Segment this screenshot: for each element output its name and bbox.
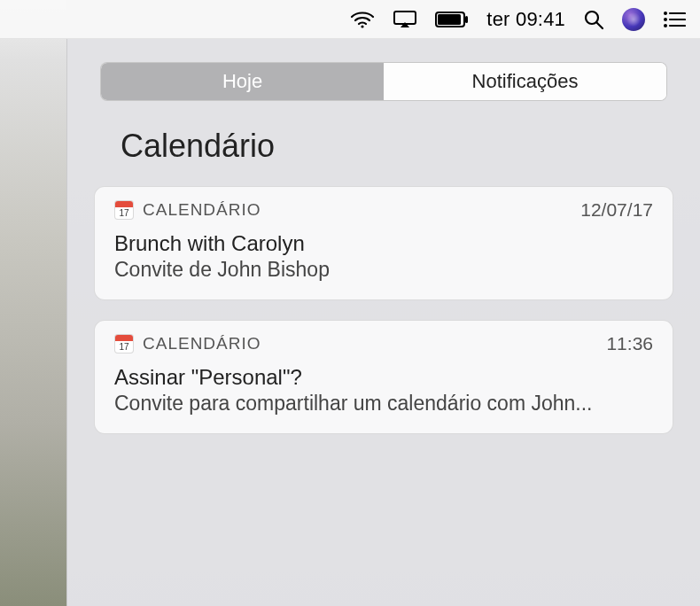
svg-point-7: [664, 12, 667, 15]
calendar-app-icon: [114, 200, 134, 220]
notification-app-name: CALENDÁRIO: [143, 334, 261, 354]
segmented-control: Hoje Notificações: [100, 62, 667, 101]
desktop-background: [0, 0, 66, 606]
notification-card[interactable]: CALENDÁRIO 11:36 Assinar "Personal"? Con…: [94, 320, 673, 434]
battery-icon[interactable]: [435, 12, 469, 27]
svg-rect-4: [465, 16, 468, 23]
notification-body: Brunch with Carolyn Convite de John Bish…: [95, 228, 673, 299]
notification-header: CALENDÁRIO 12/07/17: [95, 187, 673, 228]
svg-rect-3: [438, 14, 461, 25]
notification-body: Assinar "Personal"? Convite para compart…: [95, 361, 673, 433]
siri-icon[interactable]: [622, 8, 645, 31]
wifi-icon[interactable]: [350, 11, 375, 28]
notification-center-panel: Hoje Notificações Calendário CALENDÁRIO …: [66, 39, 700, 606]
notification-timestamp: 12/07/17: [580, 199, 653, 221]
svg-point-0: [362, 25, 364, 27]
tab-today[interactable]: Hoje: [101, 63, 384, 100]
notification-subtitle: Convite de John Bishop: [114, 258, 653, 282]
svg-line-6: [596, 22, 603, 28]
menubar-clock[interactable]: ter 09:41: [486, 8, 565, 31]
notification-timestamp: 11:36: [606, 333, 653, 354]
notification-title: Assinar "Personal"?: [114, 365, 653, 390]
menu-bar: ter 09:41: [0, 0, 700, 39]
notification-title: Brunch with Carolyn: [114, 231, 653, 256]
svg-point-11: [664, 24, 667, 27]
notification-center-icon[interactable]: [663, 11, 686, 28]
airplay-icon[interactable]: [393, 10, 417, 29]
notification-header: CALENDÁRIO 11:36: [95, 321, 673, 361]
spotlight-search-icon[interactable]: [583, 9, 604, 30]
notification-app-name: CALENDÁRIO: [143, 200, 261, 220]
notification-subtitle: Convite para compartilhar um calendário …: [114, 392, 653, 416]
svg-point-9: [664, 18, 667, 21]
calendar-app-icon: [114, 334, 134, 354]
tab-notifications[interactable]: Notificações: [384, 63, 666, 100]
notification-card[interactable]: CALENDÁRIO 12/07/17 Brunch with Carolyn …: [94, 186, 673, 300]
svg-rect-1: [394, 12, 416, 24]
section-title-calendar: Calendário: [121, 128, 682, 165]
